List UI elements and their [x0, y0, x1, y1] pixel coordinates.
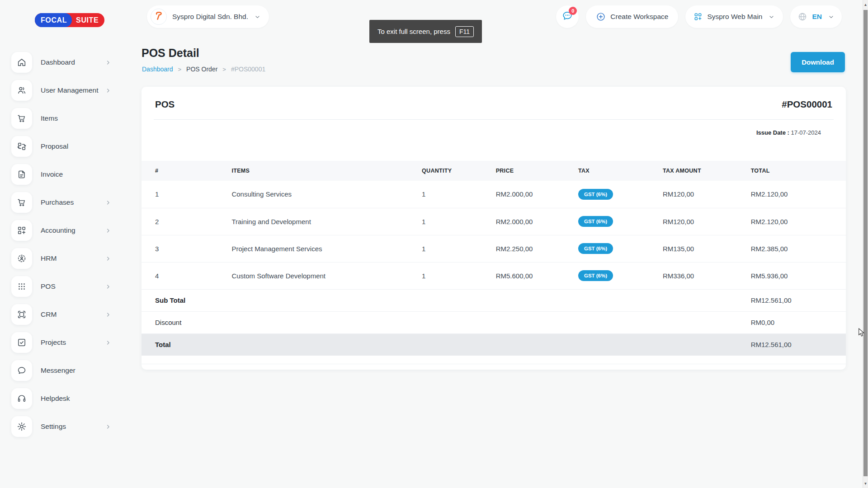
cell-quantity: 1 — [422, 208, 496, 235]
company-selector[interactable]: Syspro Digital Sdn. Bhd. — [147, 5, 269, 28]
workspace-grid-icon — [693, 12, 703, 21]
logo-suite: SUITE — [76, 16, 99, 24]
workspace-selector[interactable]: Syspro Web Main — [685, 5, 783, 28]
vertical-scrollbar[interactable]: ▲ ▼ — [863, 0, 868, 488]
sidebar-item-messenger[interactable]: Messenger — [11, 359, 114, 382]
language-selector[interactable]: EN — [790, 5, 842, 28]
sidebar-item-projects[interactable]: Projects — [11, 331, 114, 354]
workspace-name: Syspro Web Main — [707, 13, 762, 21]
sidebar-item-invoice[interactable]: Invoice — [11, 163, 114, 186]
summary-value: RM12.561,00 — [751, 333, 846, 356]
sidebar-item-hrm[interactable]: HRM — [11, 247, 114, 270]
column-header-tax: TAX — [578, 161, 663, 181]
column-header-no: # — [142, 161, 231, 181]
cell-tax: GST (6%) — [578, 235, 663, 262]
pos-document-card: POS #POS00001 Issue Date : 17-07-2024 #I… — [142, 87, 846, 370]
breadcrumb-item[interactable]: POS Order — [186, 66, 217, 73]
language-code: EN — [812, 13, 822, 21]
breadcrumb-item: #POS00001 — [231, 66, 265, 73]
toast-key-f11: F11 — [455, 26, 474, 37]
cell-tax-amount: RM336,00 — [663, 262, 751, 289]
cell-total: RM5.936,00 — [751, 262, 846, 289]
cell-item: Consulting Services — [231, 181, 422, 208]
page-title: POS Detail — [142, 47, 199, 60]
table-row: 2 Training and Development 1 RM2.000,00 … — [142, 208, 846, 235]
cell-no: 1 — [142, 181, 231, 208]
notification-badge: 0 — [569, 7, 577, 15]
document-number: #POS00001 — [782, 99, 832, 110]
breadcrumb-separator: > — [222, 66, 226, 73]
chevron-down-icon — [768, 14, 775, 20]
fullscreen-toast: To exit full screen, press F11 — [369, 20, 482, 43]
summary-row-total: Total RM12.561,00 — [142, 333, 846, 356]
chevron-right-icon — [105, 227, 112, 234]
column-header-total: TOTAL — [751, 161, 846, 181]
cell-tax: GST (6%) — [578, 181, 663, 208]
sidebar-item-purchases[interactable]: Purchases — [11, 191, 114, 214]
chevron-right-icon — [105, 339, 112, 346]
users-icon — [11, 80, 32, 101]
summary-row-sub-total: Sub Total RM12.561,00 — [142, 289, 846, 311]
table-row: 1 Consulting Services 1 RM2.000,00 GST (… — [142, 181, 846, 208]
scroll-up-arrow-icon[interactable]: ▲ — [863, 1, 868, 8]
app-logo[interactable]: FOCAL SUITE — [35, 13, 104, 27]
cart-icon — [11, 192, 32, 213]
create-workspace-button[interactable]: Create Workspace — [586, 5, 678, 28]
summary-label: Discount — [142, 311, 751, 333]
issue-date-row: Issue Date : 17-07-2024 — [142, 120, 846, 136]
home-icon — [11, 52, 32, 73]
sidebar-item-crm[interactable]: CRM — [11, 303, 114, 326]
sidebar-item-dashboard[interactable]: Dashboard — [11, 51, 114, 74]
column-header-quantity: QUANTITY — [422, 161, 496, 181]
table-row: 4 Custom Software Development 1 RM5.600,… — [142, 262, 846, 289]
transfer-icon — [11, 136, 32, 157]
cell-no: 3 — [142, 235, 231, 262]
chevron-right-icon — [105, 87, 112, 94]
breadcrumb-item[interactable]: Dashboard — [142, 66, 173, 73]
scan-user-icon — [11, 248, 32, 269]
cell-price: RM5.600,00 — [496, 262, 578, 289]
chat-bubble-icon — [11, 360, 32, 381]
download-button[interactable]: Download — [791, 52, 845, 72]
logo-focal: FOCAL — [35, 13, 72, 27]
summary-row-discount: Discount RM0,00 — [142, 311, 846, 333]
cell-item: Project Management Services — [231, 235, 422, 262]
scroll-down-arrow-icon[interactable]: ▼ — [863, 480, 868, 487]
cell-quantity: 1 — [422, 262, 496, 289]
tax-badge: GST (6%) — [578, 243, 613, 254]
cell-item: Training and Development — [231, 208, 422, 235]
sidebar: FOCAL SUITE Dashboard User Management It… — [0, 0, 118, 488]
table-header-row: #ITEMSQUANTITYPRICETAXTAX AMOUNTTOTAL — [142, 161, 846, 181]
box-select-icon — [11, 304, 32, 325]
document-type: POS — [155, 99, 175, 110]
sidebar-item-proposal[interactable]: Proposal — [11, 135, 114, 158]
messages-button[interactable]: 0 — [556, 5, 579, 28]
cell-total: RM2.385,00 — [751, 235, 846, 262]
invoice-icon — [11, 164, 32, 185]
sidebar-item-items[interactable]: Items — [11, 107, 114, 130]
sidebar-item-settings[interactable]: Settings — [11, 415, 114, 438]
chevron-down-icon — [828, 14, 835, 20]
check-square-icon — [11, 332, 32, 353]
issue-date-value: 17-07-2024 — [791, 129, 821, 136]
cell-quantity: 1 — [422, 181, 496, 208]
cell-total: RM2.120,00 — [751, 208, 846, 235]
chevron-down-icon — [254, 14, 261, 20]
cell-tax: GST (6%) — [578, 208, 663, 235]
sidebar-item-accounting[interactable]: Accounting — [11, 219, 114, 242]
scrollbar-thumb[interactable] — [863, 10, 868, 476]
issue-date-label: Issue Date : — [756, 129, 789, 136]
cell-item: Custom Software Development — [231, 262, 422, 289]
chevron-right-icon — [105, 283, 112, 290]
column-header-tax-amount: TAX AMOUNT — [663, 161, 751, 181]
sidebar-item-helpdesk[interactable]: Helpdesk — [11, 387, 114, 410]
sidebar-item-pos[interactable]: POS — [11, 275, 114, 298]
sidebar-item-user-management[interactable]: User Management — [11, 79, 114, 102]
headset-icon — [11, 388, 32, 409]
cell-no: 2 — [142, 208, 231, 235]
chevron-right-icon — [105, 199, 112, 206]
toast-text: To exit full screen, press — [377, 28, 450, 35]
table-end-row — [142, 356, 846, 364]
grid-dots-icon — [11, 276, 32, 297]
tax-badge: GST (6%) — [578, 189, 613, 200]
